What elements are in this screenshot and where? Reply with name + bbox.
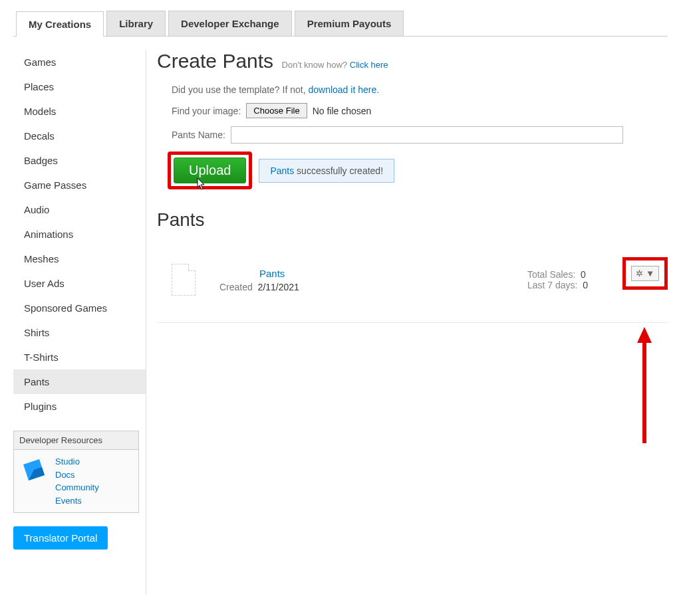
no-file-chosen-text: No file chosen [313,106,372,116]
sidebar-item-badges[interactable]: Badges [13,148,146,173]
sidebar-item-places[interactable]: Places [13,74,146,99]
translator-portal-button[interactable]: Translator Portal [13,526,108,550]
developer-resources-panel: Developer Resources Studio Docs Communit… [13,431,139,513]
upload-highlight-annotation: Upload [168,152,252,189]
sidebar-item-sponsored-games[interactable]: Sponsored Games [13,296,146,320]
click-here-link[interactable]: Click here [350,60,388,70]
dev-resources-header: Developer Resources [14,431,138,450]
top-tabs: My Creations Library Developer Exchange … [13,11,668,37]
sidebar-item-audio[interactable]: Audio [13,197,146,222]
asset-name-link[interactable]: Pants [219,268,299,279]
template-prompt: Did you use the template? If not, downlo… [157,84,668,95]
last7-label: Last 7 days: [527,280,578,290]
total-sales-value: 0 [581,269,586,280]
sidebar-item-shirts[interactable]: Shirts [13,320,146,345]
main-content: Create Pants Don't know how? Click here … [146,50,668,595]
sidebar-item-meshes[interactable]: Meshes [13,247,146,271]
tab-my-creations[interactable]: My Creations [16,11,104,37]
dev-link-studio[interactable]: Studio [55,455,99,468]
gear-icon: ✲ [636,268,643,278]
created-label: Created [219,282,253,292]
dev-link-events[interactable]: Events [55,494,99,508]
roblox-studio-icon [19,455,49,484]
choose-file-button[interactable]: Choose File [246,103,307,118]
find-image-label: Find your image: [172,106,241,116]
sidebar-item-plugins[interactable]: Plugins [13,394,146,419]
cursor-icon [195,177,207,195]
sidebar: Games Places Models Decals Badges Game P… [13,50,146,595]
total-sales-label: Total Sales: [527,269,575,280]
sidebar-item-animations[interactable]: Animations [13,222,146,247]
tab-library[interactable]: Library [106,11,166,36]
upload-button[interactable]: Upload [174,157,246,183]
sidebar-item-decals[interactable]: Decals [13,124,146,148]
sidebar-item-tshirts[interactable]: T-Shirts [13,345,146,369]
sidebar-item-pants[interactable]: Pants [13,369,146,394]
download-template-link[interactable]: download it here [308,84,376,95]
last7-value: 0 [583,280,588,290]
pants-list-heading: Pants [157,209,668,231]
tab-premium-payouts[interactable]: Premium Payouts [295,11,404,36]
arrow-annotation-icon [634,327,654,447]
asset-row: Pants Created 2/11/2021 Total Sales: 0 L… [157,264,668,323]
chevron-down-icon: ▼ [646,268,654,278]
tab-developer-exchange[interactable]: Developer Exchange [168,11,292,36]
sidebar-item-user-ads[interactable]: User Ads [13,271,146,296]
pants-name-input[interactable] [231,126,623,144]
success-message: Pants successfully created! [259,159,394,183]
sidebar-item-games[interactable]: Games [13,50,146,74]
svg-marker-3 [637,327,652,343]
sidebar-item-game-passes[interactable]: Game Passes [13,173,146,197]
gear-highlight-annotation: ✲▼ [622,257,668,290]
dev-link-community[interactable]: Community [55,481,99,494]
page-title: Create Pants [157,50,273,72]
pants-name-label: Pants Name: [172,130,225,140]
asset-settings-button[interactable]: ✲▼ [631,266,659,281]
dev-link-docs[interactable]: Docs [55,468,99,482]
file-icon [172,264,196,296]
created-date: 2/11/2021 [258,282,299,292]
sidebar-item-models[interactable]: Models [13,99,146,124]
subtitle: Don't know how? Click here [282,60,388,70]
